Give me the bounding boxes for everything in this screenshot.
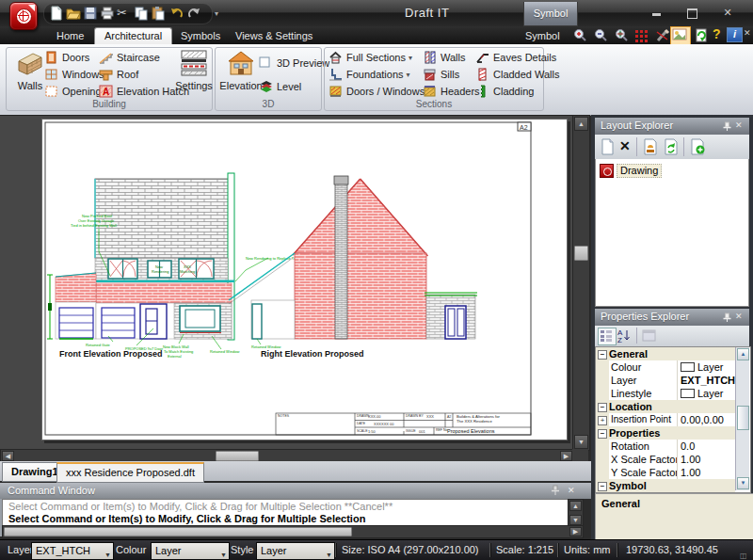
redo-icon[interactable] <box>186 6 201 21</box>
doors-button[interactable]: Doors <box>44 50 89 65</box>
status-layer-label: Layer <box>8 544 34 555</box>
undo-icon[interactable] <box>169 6 184 21</box>
property-row[interactable]: ColourLayer <box>596 360 735 374</box>
ribbon: Walls Doors Windows Openings Staircase R… <box>0 44 753 116</box>
cmd-vscrollbar[interactable]: ▲ ▼ <box>568 499 584 527</box>
panel-close-icon[interactable]: ✕ <box>744 28 751 38</box>
delete-layout-icon[interactable]: ✕ <box>619 138 631 153</box>
cmd-hscrollbar[interactable]: ▶ <box>2 525 584 538</box>
export-layout-icon[interactable] <box>642 138 659 157</box>
refresh-icon[interactable] <box>694 28 709 42</box>
insert-layout-icon[interactable] <box>689 138 706 157</box>
update-layout-icon[interactable] <box>663 138 680 157</box>
property-pages-icon[interactable] <box>642 328 657 344</box>
layout-item-drawing[interactable]: Drawing <box>617 164 662 178</box>
full-sections-icon <box>328 51 343 64</box>
properties-scrollbar[interactable]: ▲ ▼ <box>735 347 749 490</box>
prop-scroll-down-icon: ▼ <box>737 477 749 489</box>
group-label-building: Building <box>7 99 212 109</box>
info-icon[interactable]: i <box>727 27 743 42</box>
zoom-in-icon[interactable] <box>572 28 587 42</box>
minimize-button[interactable] <box>644 7 668 19</box>
save-icon[interactable] <box>83 6 98 21</box>
cladded-walls-button[interactable]: Cladded Walls <box>475 67 560 82</box>
tab-symbol-context[interactable]: Symbol <box>516 28 569 44</box>
staircase-button[interactable]: Staircase <box>99 50 160 65</box>
walls-section-button[interactable]: Walls <box>423 50 465 65</box>
sort-az-icon[interactable]: AZ <box>617 328 633 345</box>
tab-home[interactable]: Home <box>47 28 93 44</box>
zoom-out-icon[interactable] <box>593 28 608 42</box>
property-row[interactable]: LinestyleLayer <box>596 387 735 400</box>
app-button[interactable] <box>9 2 38 30</box>
layout-pin-icon[interactable] <box>723 121 732 131</box>
colour-combo[interactable]: Layer▼ <box>151 542 230 560</box>
full-sections-button[interactable]: Full Sections▾ <box>328 50 412 65</box>
resize-grip[interactable]: ◫ <box>740 552 747 560</box>
linestyle-swatch <box>681 389 695 398</box>
sills-icon <box>423 68 437 81</box>
layout-close-icon[interactable]: ✕ <box>735 121 745 131</box>
tab-architectural[interactable]: Architectural <box>94 27 172 45</box>
openings-button[interactable]: Openings <box>44 84 106 99</box>
document-tabs: Drawing1 xxx Residence Proposed.dft <box>0 461 591 481</box>
cmd-pin-icon[interactable] <box>551 485 560 498</box>
property-row[interactable]: Rotation0.0 <box>596 440 735 453</box>
eaves-details-button[interactable]: Eaves Details <box>475 50 556 65</box>
image-tool-icon[interactable] <box>670 26 691 45</box>
scroll-left-icon[interactable]: ◀ <box>2 451 14 461</box>
style-combo[interactable]: Layer▼ <box>256 542 335 560</box>
grid-icon[interactable] <box>634 28 649 42</box>
roof-button[interactable]: Roof <box>99 67 138 82</box>
layout-tree[interactable]: Drawing <box>595 159 749 307</box>
layer-combo[interactable]: EXT_HTCH▼ <box>31 542 114 560</box>
print-icon[interactable] <box>100 6 115 21</box>
property-row[interactable]: Y Scale Factor1.00 <box>596 466 735 479</box>
property-row[interactable]: X Scale Factor1.00 <box>596 453 735 466</box>
zoom-extents-icon[interactable] <box>614 28 629 42</box>
status-coords: 19730.63, 31490.45 <box>626 544 718 555</box>
new-layout-icon[interactable] <box>599 138 616 157</box>
canvas-vscrollbar[interactable]: ▲ ▼ <box>572 115 590 451</box>
level-button[interactable]: Level <box>259 79 301 94</box>
property-row[interactable]: LayerEXT_HTCH <box>596 374 735 387</box>
scroll-down-icon[interactable]: ▼ <box>574 435 588 449</box>
settings-button[interactable]: Settings <box>172 50 216 91</box>
headers-button[interactable]: Headers <box>423 84 480 99</box>
drawing-canvas[interactable]: A2 <box>0 115 572 450</box>
properties-explorer-panel: Properties Explorer ✕ AZ −General Colour… <box>595 309 749 539</box>
open-icon[interactable] <box>66 6 81 21</box>
cladding-button[interactable]: Cladding <box>475 84 534 99</box>
cut-icon[interactable]: ✂ <box>117 6 132 21</box>
drawing-sheet[interactable]: A2 <box>41 119 568 440</box>
tab-residence[interactable]: xxx Residence Proposed.dft <box>56 462 204 483</box>
scroll-right-icon[interactable]: ▶ <box>560 451 572 461</box>
tab-symbols[interactable]: Symbols <box>171 28 230 44</box>
new-icon[interactable] <box>49 6 64 21</box>
foundations-button[interactable]: Foundations▾ <box>328 67 410 82</box>
cmd-close-icon[interactable]: ✕ <box>568 486 575 495</box>
help-icon[interactable]: ? <box>713 26 721 41</box>
colour-swatch <box>681 362 695 372</box>
command-output[interactable]: Select Command or Item(s) to Modify, Cli… <box>2 499 569 527</box>
doors-windows-button[interactable]: Doors / Windows▾ <box>328 84 431 99</box>
group-label-sections: Sections <box>325 99 543 109</box>
maximize-button[interactable] <box>680 7 704 19</box>
copy-icon[interactable] <box>134 6 149 21</box>
categorized-icon[interactable] <box>598 328 617 345</box>
close-button[interactable]: ✕ <box>715 7 740 19</box>
windows-button[interactable]: Windows <box>44 67 104 82</box>
preview-3d-checkbox[interactable]: 3D Preview <box>259 56 329 71</box>
elevation-icon <box>227 50 255 76</box>
paste-icon[interactable] <box>151 6 166 21</box>
snap-icon[interactable] <box>655 28 670 42</box>
properties-close-icon[interactable]: ✕ <box>735 312 745 322</box>
context-tab-symbol[interactable]: Symbol <box>523 2 578 26</box>
qat-dropdown-icon[interactable]: ▾ <box>215 9 218 18</box>
tab-views-settings[interactable]: Views & Settings <box>226 28 322 44</box>
scroll-up-icon[interactable]: ▲ <box>574 117 588 131</box>
elevation-button[interactable]: Elevation <box>219 50 263 91</box>
property-row[interactable]: +Insertion Point0.00,0.00 <box>596 413 735 426</box>
sills-button[interactable]: Sills <box>423 67 459 82</box>
properties-pin-icon[interactable] <box>723 312 732 322</box>
